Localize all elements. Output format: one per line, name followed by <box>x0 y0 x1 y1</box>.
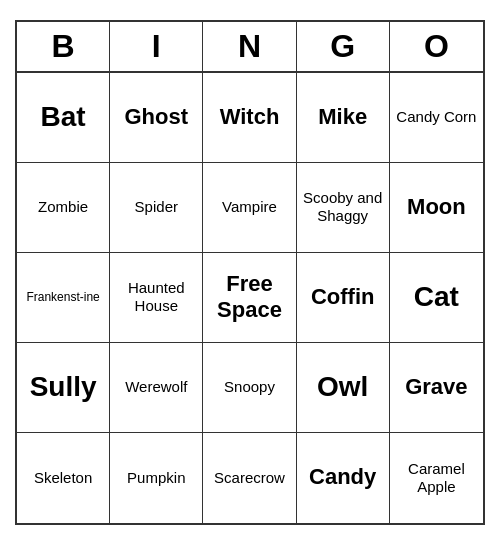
bingo-cell: Haunted House <box>110 253 203 343</box>
bingo-cell: Scooby and Shaggy <box>297 163 390 253</box>
bingo-cell: Witch <box>203 73 296 163</box>
bingo-cell: Mike <box>297 73 390 163</box>
header-letter: N <box>203 22 296 71</box>
bingo-cell: Pumpkin <box>110 433 203 523</box>
bingo-cell: Sully <box>17 343 110 433</box>
bingo-cell: Zombie <box>17 163 110 253</box>
bingo-cell: Ghost <box>110 73 203 163</box>
header-letter: O <box>390 22 483 71</box>
bingo-card: BINGO BatGhostWitchMikeCandy CornZombieS… <box>15 20 485 525</box>
bingo-cell: Cat <box>390 253 483 343</box>
bingo-cell: Skeleton <box>17 433 110 523</box>
bingo-cell: Caramel Apple <box>390 433 483 523</box>
bingo-cell: Candy <box>297 433 390 523</box>
bingo-cell: Candy Corn <box>390 73 483 163</box>
bingo-cell: Moon <box>390 163 483 253</box>
bingo-cell: Snoopy <box>203 343 296 433</box>
header-letter: B <box>17 22 110 71</box>
bingo-cell: Werewolf <box>110 343 203 433</box>
header-letter: I <box>110 22 203 71</box>
bingo-cell: Owl <box>297 343 390 433</box>
bingo-grid: BatGhostWitchMikeCandy CornZombieSpiderV… <box>17 73 483 523</box>
bingo-cell: Scarecrow <box>203 433 296 523</box>
bingo-cell: Frankenst-ine <box>17 253 110 343</box>
bingo-cell: Grave <box>390 343 483 433</box>
bingo-cell: Vampire <box>203 163 296 253</box>
bingo-cell: Coffin <box>297 253 390 343</box>
bingo-cell: Free Space <box>203 253 296 343</box>
bingo-header: BINGO <box>17 22 483 73</box>
bingo-cell: Spider <box>110 163 203 253</box>
bingo-cell: Bat <box>17 73 110 163</box>
header-letter: G <box>297 22 390 71</box>
